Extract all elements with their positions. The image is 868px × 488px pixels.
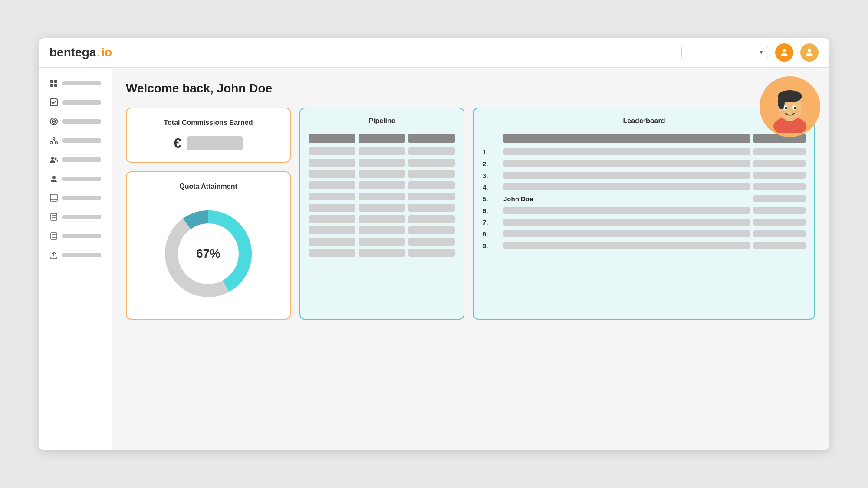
period-dropdown[interactable]: Option 1 Option 2 xyxy=(681,46,768,59)
sidebar-item-users[interactable] xyxy=(43,151,108,168)
svg-line-13 xyxy=(52,139,54,141)
quota-title: Quota Attainment xyxy=(137,183,279,190)
commission-value-bar xyxy=(187,136,243,150)
header: bentega.io Option 1 Option 2 ▼ xyxy=(39,38,829,68)
pipeline-row-1 xyxy=(309,147,455,155)
leaderboard-row-7: 7. xyxy=(483,219,806,226)
pipeline-row-4 xyxy=(309,181,455,189)
body: Welcome back, John Doe Total Commissions… xyxy=(39,68,829,450)
leaderboard-card: Leaderboard 1. 2. xyxy=(473,108,815,320)
svg-point-9 xyxy=(53,121,54,122)
main-content: Welcome back, John Doe Total Commissions… xyxy=(112,68,829,450)
upload-icon xyxy=(49,251,58,259)
user-avatar-2[interactable] xyxy=(800,43,819,62)
svg-point-17 xyxy=(52,176,56,179)
sidebar-label-team xyxy=(62,138,101,143)
sidebar-label-profile xyxy=(62,177,101,181)
avatar-illustration xyxy=(764,81,816,133)
header-right: Option 1 Option 2 ▼ xyxy=(681,43,819,62)
svg-point-1 xyxy=(808,49,811,52)
user-avatar-1[interactable] xyxy=(775,43,793,62)
svg-point-37 xyxy=(785,107,787,109)
pipeline-row-6 xyxy=(309,204,455,212)
svg-point-38 xyxy=(794,107,796,109)
welcome-heading: Welcome back, John Doe xyxy=(126,82,815,95)
sidebar-item-goals[interactable] xyxy=(43,113,108,130)
sidebar-item-tasks[interactable] xyxy=(43,94,108,111)
leaderboard-row-1: 1. xyxy=(483,148,806,156)
sidebar-item-sheet[interactable] xyxy=(43,189,108,206)
sidebar-item-list[interactable] xyxy=(43,227,108,245)
svg-point-34 xyxy=(778,95,785,109)
leaderboard-row-8: 8. xyxy=(483,230,806,238)
users-icon xyxy=(49,155,58,164)
list-icon xyxy=(49,232,58,240)
pipeline-card: Pipeline xyxy=(299,108,464,320)
current-user-name: John Doe xyxy=(503,195,750,203)
person-alt-icon xyxy=(804,47,815,58)
sidebar-item-dashboard[interactable] xyxy=(43,75,108,92)
pipeline-row-8 xyxy=(309,226,455,234)
sidebar xyxy=(39,68,112,450)
leaderboard-row-2: 2. xyxy=(483,160,806,167)
svg-rect-2 xyxy=(50,80,53,83)
svg-rect-5 xyxy=(54,84,57,87)
leaderboard-row-5: 5. John Doe xyxy=(483,195,806,203)
quota-percentage-label: 67% xyxy=(196,247,220,261)
sidebar-label-sheet xyxy=(62,196,101,200)
logo-dot: . xyxy=(97,46,100,59)
dashboard-grid: Total Commissions Earned € Quota Attainm… xyxy=(126,108,815,320)
person-icon xyxy=(779,47,789,58)
left-column: Total Commissions Earned € Quota Attainm… xyxy=(126,108,291,320)
network-icon xyxy=(49,136,58,145)
leaderboard-name-header xyxy=(503,134,750,143)
svg-rect-18 xyxy=(50,194,57,201)
pipeline-row-7 xyxy=(309,215,455,223)
svg-point-16 xyxy=(55,157,57,160)
grid-icon xyxy=(49,79,58,88)
leaderboard-title: Leaderboard xyxy=(483,117,806,125)
svg-point-15 xyxy=(51,157,54,160)
sidebar-label-list xyxy=(62,234,101,238)
header-dropdown-wrapper: Option 1 Option 2 ▼ xyxy=(681,46,768,59)
target-icon xyxy=(49,117,58,126)
currency-symbol: € xyxy=(174,135,181,151)
commissions-card: Total Commissions Earned € xyxy=(126,108,291,163)
pipeline-title: Pipeline xyxy=(309,117,455,125)
donut-chart: 67% xyxy=(161,206,256,301)
sidebar-label-dashboard xyxy=(62,81,101,85)
commissions-title: Total Commissions Earned xyxy=(137,119,279,127)
leaderboard-row-3: 3. xyxy=(483,172,806,179)
svg-point-12 xyxy=(56,141,58,144)
sidebar-label-goals xyxy=(62,119,101,124)
sidebar-item-team[interactable] xyxy=(43,132,108,149)
sidebar-item-profile[interactable] xyxy=(43,170,108,187)
svg-point-40 xyxy=(795,111,799,113)
sidebar-label-upload xyxy=(62,253,101,257)
app-window: bentega.io Option 1 Option 2 ▼ xyxy=(39,38,829,450)
sidebar-label-reports xyxy=(62,215,101,219)
logo-io: io xyxy=(101,46,112,59)
svg-point-11 xyxy=(50,141,53,144)
check-square-icon xyxy=(49,98,58,107)
leaderboard-row-6: 6. xyxy=(483,207,806,214)
quota-card: Quota Attainment xyxy=(126,171,291,320)
svg-point-10 xyxy=(53,137,55,139)
svg-rect-3 xyxy=(54,80,57,83)
pipeline-row-10 xyxy=(309,249,455,257)
sidebar-item-reports[interactable] xyxy=(43,208,108,226)
pipeline-row-3 xyxy=(309,170,455,178)
svg-point-39 xyxy=(781,111,785,113)
sidebar-item-upload[interactable] xyxy=(43,246,108,264)
pipeline-col-header-2 xyxy=(359,134,405,143)
svg-line-14 xyxy=(54,139,56,141)
report-icon xyxy=(49,213,58,221)
logo: bentega.io xyxy=(49,46,112,59)
pipeline-col-header-1 xyxy=(309,134,355,143)
pipeline-row-5 xyxy=(309,193,455,200)
leaderboard-row-9: 9. xyxy=(483,242,806,249)
person-icon xyxy=(49,174,58,183)
commission-value-row: € xyxy=(137,135,279,151)
svg-rect-4 xyxy=(50,84,53,87)
big-user-avatar xyxy=(760,76,820,137)
